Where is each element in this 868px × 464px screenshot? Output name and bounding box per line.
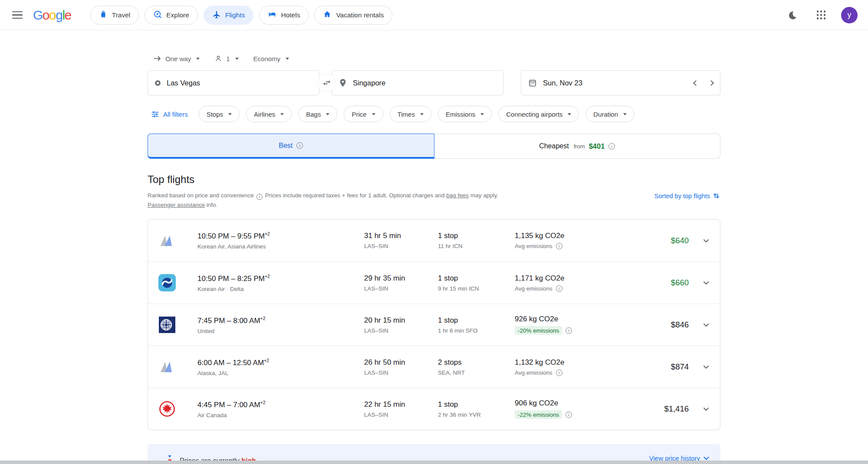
swap-locations-button[interactable] xyxy=(318,74,336,92)
flight-result-row[interactable]: 4:45 PM – 7:00 AM+2 Air Canada 22 hr 15 … xyxy=(148,388,720,430)
tab-best[interactable]: Best i xyxy=(148,134,434,159)
avatar[interactable]: y xyxy=(841,7,858,23)
chevron-down-icon xyxy=(701,278,711,288)
info-icon[interactable]: i xyxy=(556,243,562,249)
hotels-icon xyxy=(268,10,276,20)
cabin-class-value: Economy xyxy=(253,55,281,62)
results-subtitle: Ranked based on price and convenienceiPr… xyxy=(148,191,603,209)
flight-duration: 22 hr 15 min xyxy=(364,400,438,409)
cheapest-price: $401 xyxy=(589,142,605,150)
passenger-assistance-link[interactable]: Passenger assistance xyxy=(148,202,205,208)
expand-flight-button[interactable] xyxy=(689,404,713,414)
flight-result-row[interactable]: 10:50 PM – 8:25 PM+2 Korean Air · Delta … xyxy=(148,261,720,304)
filter-pill-label: Price xyxy=(352,111,366,118)
co2-amount: 1,132 kg CO2e xyxy=(515,358,625,367)
luggage-icon xyxy=(99,10,108,20)
co2-amount: 926 kg CO2e xyxy=(515,315,625,323)
flight-result-row[interactable]: 7:45 PM – 8:00 AM+2 United 20 hr 15 min … xyxy=(148,304,720,346)
chevron-down-icon xyxy=(480,113,484,115)
trip-type-selector[interactable]: One way xyxy=(154,55,200,62)
menu-icon[interactable] xyxy=(7,5,28,26)
flight-result-row[interactable]: 6:00 AM – 12:50 AM+2 Alaska, JAL 26 hr 5… xyxy=(148,346,720,388)
date-input[interactable]: Sun, Nov 23 xyxy=(521,70,720,95)
filter-pill-duration[interactable]: Duration xyxy=(585,106,635,122)
search-fields: Las Vegas Singapore xyxy=(148,70,720,95)
info-icon[interactable]: i xyxy=(256,194,263,200)
co2-amount: 906 kg CO2e xyxy=(515,399,625,408)
flight-route: LAS–SIN xyxy=(364,243,438,249)
nav-pill-label: Explore xyxy=(166,11,189,19)
flight-times: 10:50 PM – 9:55 PM+2 xyxy=(197,231,364,241)
flight-price: $846 xyxy=(625,320,689,330)
flight-route: LAS–SIN xyxy=(364,412,438,418)
filter-pill-label: Stops xyxy=(207,111,223,118)
logo-letter: e xyxy=(65,8,71,22)
flight-route: LAS–SIN xyxy=(364,285,438,292)
united-logo xyxy=(158,316,176,333)
dark-mode-icon[interactable] xyxy=(784,7,801,24)
tune-icon xyxy=(151,110,159,118)
emissions-label: Avg emissions xyxy=(515,285,552,292)
destination-input[interactable]: Singapore xyxy=(332,70,503,95)
travel-nav: TravelExploreFlightsHotelsVacation renta… xyxy=(90,6,393,25)
filter-pill-emissions[interactable]: Emissions xyxy=(438,106,492,122)
all-filters-button[interactable]: All filters xyxy=(151,110,188,118)
chevron-down-icon xyxy=(704,454,709,460)
filter-pill-bags[interactable]: Bags xyxy=(298,106,337,122)
info-icon[interactable]: i xyxy=(608,143,615,150)
flights-icon xyxy=(212,10,221,20)
sorted-by-control[interactable]: Sorted by top flights xyxy=(654,192,720,200)
origin-circle-icon xyxy=(155,80,161,86)
info-icon[interactable]: i xyxy=(566,412,572,418)
previous-date-icon[interactable] xyxy=(693,80,699,86)
info-icon[interactable]: i xyxy=(566,327,572,334)
google-apps-icon[interactable] xyxy=(812,7,830,24)
nav-pill-flights[interactable]: Flights xyxy=(204,6,254,25)
flight-price: $874 xyxy=(625,362,689,372)
calendar-icon xyxy=(528,78,537,87)
chevron-down-icon xyxy=(568,113,571,115)
passengers-selector[interactable]: 1 xyxy=(214,55,238,62)
stops-count: 1 stop xyxy=(438,316,515,325)
filter-pill-times[interactable]: Times xyxy=(390,106,431,122)
expand-flight-button[interactable] xyxy=(689,320,713,330)
info-icon[interactable]: i xyxy=(556,369,562,376)
expand-flight-button[interactable] xyxy=(689,362,713,372)
nav-pill-label: Hotels xyxy=(281,11,300,19)
nav-pill-vacation-rentals[interactable]: Vacation rentals xyxy=(314,6,392,25)
filter-pill-stops[interactable]: Stops xyxy=(199,106,240,122)
google-logo[interactable]: Google xyxy=(33,8,71,23)
assistance-suffix: info. xyxy=(207,202,218,208)
next-date-icon[interactable] xyxy=(708,80,714,86)
origin-input[interactable]: Las Vegas xyxy=(148,70,319,95)
filter-pill-price[interactable]: Price xyxy=(344,106,383,122)
cabin-class-selector[interactable]: Economy xyxy=(253,55,289,62)
flight-duration: 29 hr 35 min xyxy=(364,274,438,283)
results-header: Top flights Ranked based on price and co… xyxy=(148,173,720,209)
nav-pill-travel[interactable]: Travel xyxy=(90,6,139,25)
all-filters-label: All filters xyxy=(163,111,188,118)
flight-price: $660 xyxy=(625,278,689,288)
explore-icon xyxy=(153,10,162,20)
expand-flight-button[interactable] xyxy=(689,278,713,288)
bag-fees-link[interactable]: bag fees xyxy=(446,192,469,199)
flight-result-row[interactable]: 10:50 PM – 9:55 PM+2 Korean Air, Asiana … xyxy=(148,219,720,261)
info-icon[interactable]: i xyxy=(556,285,562,292)
filter-pill-connecting-airports[interactable]: Connecting airports xyxy=(498,106,579,122)
nav-pill-explore[interactable]: Explore xyxy=(145,6,198,25)
expand-flight-button[interactable] xyxy=(689,235,713,246)
stop-detail: 9 hr 15 min ICN xyxy=(438,285,515,292)
logo-letter: o xyxy=(43,8,49,22)
tab-cheapest[interactable]: Cheapest from $401 i xyxy=(434,134,721,159)
flight-results-list: 10:50 PM – 9:55 PM+2 Korean Air, Asiana … xyxy=(148,219,720,430)
origin-value: Las Vegas xyxy=(167,79,200,87)
alaska-jal-tails-logo xyxy=(158,358,176,376)
flight-duration: 20 hr 15 min xyxy=(364,316,438,325)
chevron-down-icon xyxy=(286,58,289,60)
info-icon[interactable]: i xyxy=(296,142,303,149)
stop-detail: 2 hr 36 min YVR xyxy=(438,412,515,418)
airline-names: Alaska, JAL xyxy=(197,370,364,376)
filter-pill-airlines[interactable]: Airlines xyxy=(246,106,292,122)
stops-count: 1 stop xyxy=(438,400,515,409)
nav-pill-hotels[interactable]: Hotels xyxy=(259,6,309,25)
